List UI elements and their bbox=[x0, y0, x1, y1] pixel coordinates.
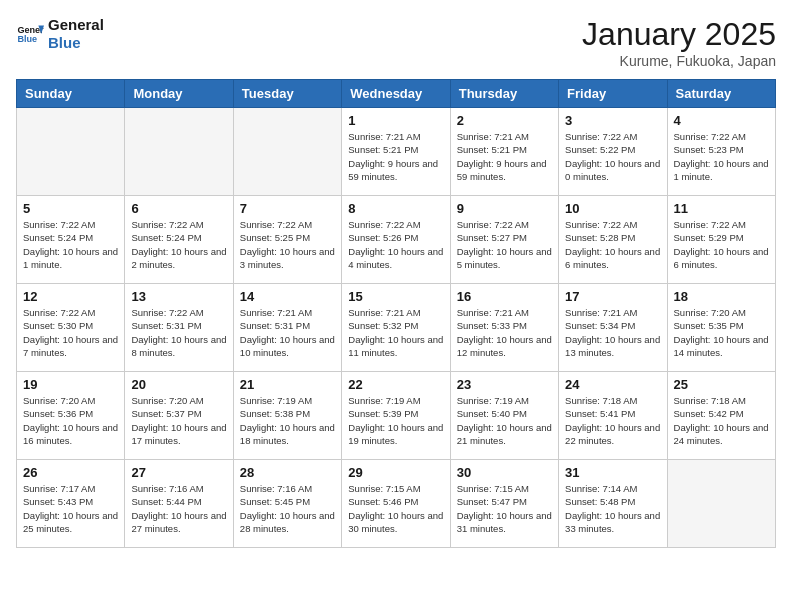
calendar-cell: 21Sunrise: 7:19 AM Sunset: 5:38 PM Dayli… bbox=[233, 372, 341, 460]
day-number: 5 bbox=[23, 201, 118, 216]
svg-text:Blue: Blue bbox=[17, 34, 37, 44]
calendar-cell: 9Sunrise: 7:22 AM Sunset: 5:27 PM Daylig… bbox=[450, 196, 558, 284]
day-number: 30 bbox=[457, 465, 552, 480]
calendar-cell: 31Sunrise: 7:14 AM Sunset: 5:48 PM Dayli… bbox=[559, 460, 667, 548]
calendar-cell: 5Sunrise: 7:22 AM Sunset: 5:24 PM Daylig… bbox=[17, 196, 125, 284]
day-info: Sunrise: 7:22 AM Sunset: 5:30 PM Dayligh… bbox=[23, 306, 118, 359]
day-number: 12 bbox=[23, 289, 118, 304]
weekday-header-saturday: Saturday bbox=[667, 80, 775, 108]
day-info: Sunrise: 7:22 AM Sunset: 5:23 PM Dayligh… bbox=[674, 130, 769, 183]
calendar-cell: 15Sunrise: 7:21 AM Sunset: 5:32 PM Dayli… bbox=[342, 284, 450, 372]
day-info: Sunrise: 7:20 AM Sunset: 5:37 PM Dayligh… bbox=[131, 394, 226, 447]
day-number: 22 bbox=[348, 377, 443, 392]
calendar-cell: 25Sunrise: 7:18 AM Sunset: 5:42 PM Dayli… bbox=[667, 372, 775, 460]
day-info: Sunrise: 7:22 AM Sunset: 5:24 PM Dayligh… bbox=[23, 218, 118, 271]
day-info: Sunrise: 7:20 AM Sunset: 5:36 PM Dayligh… bbox=[23, 394, 118, 447]
day-info: Sunrise: 7:21 AM Sunset: 5:33 PM Dayligh… bbox=[457, 306, 552, 359]
day-number: 16 bbox=[457, 289, 552, 304]
calendar-cell bbox=[125, 108, 233, 196]
day-info: Sunrise: 7:22 AM Sunset: 5:27 PM Dayligh… bbox=[457, 218, 552, 271]
day-info: Sunrise: 7:22 AM Sunset: 5:29 PM Dayligh… bbox=[674, 218, 769, 271]
day-number: 9 bbox=[457, 201, 552, 216]
calendar-cell: 20Sunrise: 7:20 AM Sunset: 5:37 PM Dayli… bbox=[125, 372, 233, 460]
day-number: 11 bbox=[674, 201, 769, 216]
day-info: Sunrise: 7:15 AM Sunset: 5:46 PM Dayligh… bbox=[348, 482, 443, 535]
day-info: Sunrise: 7:22 AM Sunset: 5:28 PM Dayligh… bbox=[565, 218, 660, 271]
calendar-cell: 3Sunrise: 7:22 AM Sunset: 5:22 PM Daylig… bbox=[559, 108, 667, 196]
day-info: Sunrise: 7:17 AM Sunset: 5:43 PM Dayligh… bbox=[23, 482, 118, 535]
day-info: Sunrise: 7:15 AM Sunset: 5:47 PM Dayligh… bbox=[457, 482, 552, 535]
calendar-cell: 6Sunrise: 7:22 AM Sunset: 5:24 PM Daylig… bbox=[125, 196, 233, 284]
calendar-cell: 11Sunrise: 7:22 AM Sunset: 5:29 PM Dayli… bbox=[667, 196, 775, 284]
week-row-3: 12Sunrise: 7:22 AM Sunset: 5:30 PM Dayli… bbox=[17, 284, 776, 372]
day-number: 31 bbox=[565, 465, 660, 480]
location-subtitle: Kurume, Fukuoka, Japan bbox=[582, 53, 776, 69]
day-info: Sunrise: 7:18 AM Sunset: 5:41 PM Dayligh… bbox=[565, 394, 660, 447]
day-number: 17 bbox=[565, 289, 660, 304]
calendar-cell: 24Sunrise: 7:18 AM Sunset: 5:41 PM Dayli… bbox=[559, 372, 667, 460]
day-number: 28 bbox=[240, 465, 335, 480]
calendar-cell: 4Sunrise: 7:22 AM Sunset: 5:23 PM Daylig… bbox=[667, 108, 775, 196]
calendar-cell: 12Sunrise: 7:22 AM Sunset: 5:30 PM Dayli… bbox=[17, 284, 125, 372]
calendar-cell: 23Sunrise: 7:19 AM Sunset: 5:40 PM Dayli… bbox=[450, 372, 558, 460]
calendar-cell: 8Sunrise: 7:22 AM Sunset: 5:26 PM Daylig… bbox=[342, 196, 450, 284]
calendar-cell: 13Sunrise: 7:22 AM Sunset: 5:31 PM Dayli… bbox=[125, 284, 233, 372]
day-number: 25 bbox=[674, 377, 769, 392]
calendar-cell: 17Sunrise: 7:21 AM Sunset: 5:34 PM Dayli… bbox=[559, 284, 667, 372]
calendar-cell: 14Sunrise: 7:21 AM Sunset: 5:31 PM Dayli… bbox=[233, 284, 341, 372]
day-info: Sunrise: 7:21 AM Sunset: 5:21 PM Dayligh… bbox=[348, 130, 443, 183]
page-header: General Blue General Blue January 2025 K… bbox=[16, 16, 776, 69]
day-number: 27 bbox=[131, 465, 226, 480]
day-info: Sunrise: 7:22 AM Sunset: 5:25 PM Dayligh… bbox=[240, 218, 335, 271]
calendar-cell: 10Sunrise: 7:22 AM Sunset: 5:28 PM Dayli… bbox=[559, 196, 667, 284]
day-info: Sunrise: 7:21 AM Sunset: 5:31 PM Dayligh… bbox=[240, 306, 335, 359]
calendar-table: SundayMondayTuesdayWednesdayThursdayFrid… bbox=[16, 79, 776, 548]
day-number: 13 bbox=[131, 289, 226, 304]
day-number: 24 bbox=[565, 377, 660, 392]
weekday-header-row: SundayMondayTuesdayWednesdayThursdayFrid… bbox=[17, 80, 776, 108]
day-number: 18 bbox=[674, 289, 769, 304]
day-info: Sunrise: 7:14 AM Sunset: 5:48 PM Dayligh… bbox=[565, 482, 660, 535]
calendar-cell: 19Sunrise: 7:20 AM Sunset: 5:36 PM Dayli… bbox=[17, 372, 125, 460]
calendar-cell: 22Sunrise: 7:19 AM Sunset: 5:39 PM Dayli… bbox=[342, 372, 450, 460]
day-number: 29 bbox=[348, 465, 443, 480]
calendar-cell: 26Sunrise: 7:17 AM Sunset: 5:43 PM Dayli… bbox=[17, 460, 125, 548]
day-number: 26 bbox=[23, 465, 118, 480]
day-number: 14 bbox=[240, 289, 335, 304]
day-number: 20 bbox=[131, 377, 226, 392]
day-number: 23 bbox=[457, 377, 552, 392]
month-title: January 2025 bbox=[582, 16, 776, 53]
calendar-cell bbox=[233, 108, 341, 196]
day-number: 6 bbox=[131, 201, 226, 216]
logo: General Blue General Blue bbox=[16, 16, 104, 52]
day-number: 3 bbox=[565, 113, 660, 128]
day-number: 2 bbox=[457, 113, 552, 128]
day-number: 15 bbox=[348, 289, 443, 304]
day-info: Sunrise: 7:16 AM Sunset: 5:44 PM Dayligh… bbox=[131, 482, 226, 535]
day-info: Sunrise: 7:19 AM Sunset: 5:38 PM Dayligh… bbox=[240, 394, 335, 447]
day-info: Sunrise: 7:18 AM Sunset: 5:42 PM Dayligh… bbox=[674, 394, 769, 447]
day-info: Sunrise: 7:22 AM Sunset: 5:26 PM Dayligh… bbox=[348, 218, 443, 271]
day-number: 21 bbox=[240, 377, 335, 392]
weekday-header-friday: Friday bbox=[559, 80, 667, 108]
day-info: Sunrise: 7:21 AM Sunset: 5:21 PM Dayligh… bbox=[457, 130, 552, 183]
calendar-cell: 29Sunrise: 7:15 AM Sunset: 5:46 PM Dayli… bbox=[342, 460, 450, 548]
week-row-5: 26Sunrise: 7:17 AM Sunset: 5:43 PM Dayli… bbox=[17, 460, 776, 548]
calendar-cell: 28Sunrise: 7:16 AM Sunset: 5:45 PM Dayli… bbox=[233, 460, 341, 548]
calendar-cell: 18Sunrise: 7:20 AM Sunset: 5:35 PM Dayli… bbox=[667, 284, 775, 372]
calendar-cell: 1Sunrise: 7:21 AM Sunset: 5:21 PM Daylig… bbox=[342, 108, 450, 196]
day-info: Sunrise: 7:21 AM Sunset: 5:34 PM Dayligh… bbox=[565, 306, 660, 359]
weekday-header-wednesday: Wednesday bbox=[342, 80, 450, 108]
day-number: 8 bbox=[348, 201, 443, 216]
calendar-cell: 27Sunrise: 7:16 AM Sunset: 5:44 PM Dayli… bbox=[125, 460, 233, 548]
day-number: 7 bbox=[240, 201, 335, 216]
calendar-cell: 2Sunrise: 7:21 AM Sunset: 5:21 PM Daylig… bbox=[450, 108, 558, 196]
day-info: Sunrise: 7:22 AM Sunset: 5:22 PM Dayligh… bbox=[565, 130, 660, 183]
logo-icon: General Blue bbox=[16, 20, 44, 48]
day-info: Sunrise: 7:19 AM Sunset: 5:39 PM Dayligh… bbox=[348, 394, 443, 447]
weekday-header-sunday: Sunday bbox=[17, 80, 125, 108]
week-row-2: 5Sunrise: 7:22 AM Sunset: 5:24 PM Daylig… bbox=[17, 196, 776, 284]
day-number: 4 bbox=[674, 113, 769, 128]
week-row-4: 19Sunrise: 7:20 AM Sunset: 5:36 PM Dayli… bbox=[17, 372, 776, 460]
day-info: Sunrise: 7:22 AM Sunset: 5:24 PM Dayligh… bbox=[131, 218, 226, 271]
